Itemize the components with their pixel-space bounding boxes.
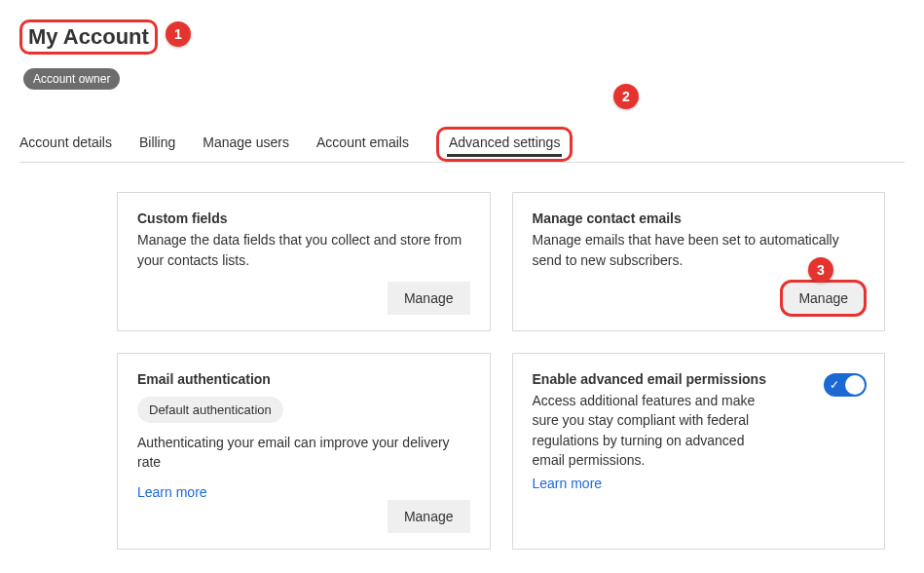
manage-custom-fields-button[interactable]: Manage bbox=[388, 282, 470, 315]
tab-account-details[interactable]: Account details bbox=[19, 127, 112, 162]
annotation-badge-1: 1 bbox=[166, 21, 191, 47]
card-desc: Manage the data fields that you collect … bbox=[137, 230, 470, 270]
tab-billing[interactable]: Billing bbox=[139, 127, 175, 162]
card-desc: Authenticating your email can improve yo… bbox=[137, 433, 470, 473]
card-advanced-permissions: Enable advanced email permissions Access… bbox=[512, 353, 886, 550]
cards-grid: Custom fields Manage the data fields tha… bbox=[19, 163, 905, 568]
manage-contact-emails-button[interactable]: Manage bbox=[782, 282, 865, 315]
card-custom-fields: Custom fields Manage the data fields tha… bbox=[117, 192, 491, 331]
auth-tag: Default authentication bbox=[137, 397, 283, 423]
learn-more-link[interactable]: Learn more bbox=[533, 476, 866, 491]
tab-account-emails[interactable]: Account emails bbox=[316, 127, 409, 162]
tab-manage-users[interactable]: Manage users bbox=[203, 127, 289, 162]
annotation-badge-2: 2 bbox=[613, 84, 639, 109]
toggle-knob bbox=[845, 375, 865, 395]
card-email-authentication: Email authentication Default authenticat… bbox=[117, 353, 491, 550]
check-icon: ✓ bbox=[830, 379, 839, 391]
card-title: Custom fields bbox=[137, 210, 470, 226]
advanced-permissions-toggle[interactable]: ✓ bbox=[824, 373, 867, 397]
page-title: My Account bbox=[19, 19, 158, 55]
tab-bar: Account details Billing Manage users Acc… bbox=[19, 127, 905, 163]
card-desc: Access additional features and make sure… bbox=[533, 391, 766, 470]
card-title: Email authentication bbox=[137, 371, 470, 387]
role-badge: Account owner bbox=[23, 68, 120, 90]
learn-more-link[interactable]: Learn more bbox=[137, 484, 470, 500]
card-title: Enable advanced email permissions bbox=[533, 371, 866, 387]
card-title: Manage contact emails bbox=[533, 210, 866, 226]
manage-email-auth-button[interactable]: Manage bbox=[388, 500, 470, 533]
annotation-badge-3: 3 bbox=[808, 257, 833, 283]
tab-advanced-settings[interactable]: Advanced settings bbox=[436, 127, 573, 162]
